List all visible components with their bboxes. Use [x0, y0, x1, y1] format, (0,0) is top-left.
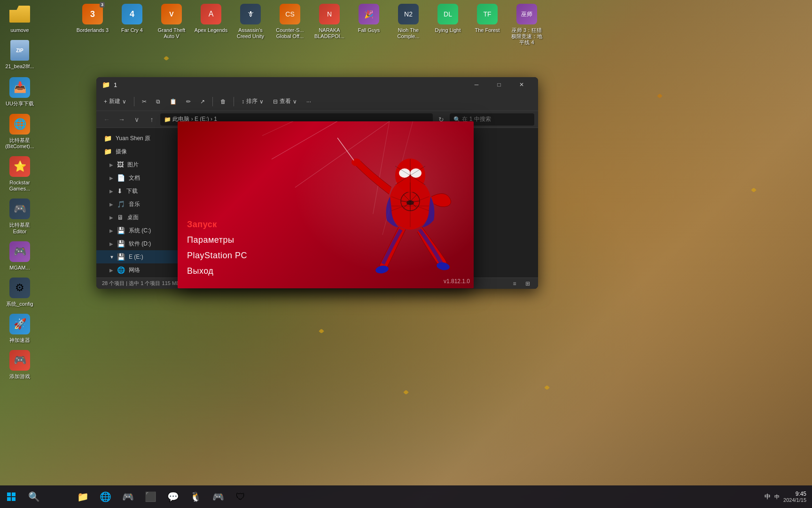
taskbar-edge-button[interactable]: 🌐 — [95, 486, 116, 507]
icon-label-mgam: MGAM... — [9, 265, 30, 271]
sidebar-label: 软件 (D:) — [129, 240, 151, 248]
desktop-icon-csgo[interactable]: CS Counter-S... Global Off... — [271, 1, 309, 48]
titlebar: 📁 1 ─ □ ✕ — [96, 77, 538, 92]
folder-icon: 📁 — [104, 148, 112, 155]
more-button[interactable]: ··· — [303, 96, 315, 107]
clock[interactable]: 9:45 2024/1/15 — [783, 491, 806, 503]
sidebar-item-camera[interactable]: 📁 摄像 — [96, 145, 190, 158]
spiderman-launcher: Запуск Параметры PlayStation PC Выход — [178, 121, 474, 288]
close-button[interactable]: ✕ — [511, 77, 532, 92]
desktop-icon-nn[interactable]: uumove — [1, 1, 39, 35]
minimize-button[interactable]: ─ — [466, 77, 487, 92]
sidebar-label: Yuan Shen 原 — [116, 135, 150, 143]
desktop-icon-zip[interactable]: ZIP 21_bea28f... — [1, 37, 39, 71]
taskbar-epic-button[interactable]: ⬛ — [140, 486, 161, 507]
desktop-icon-dyinglight[interactable]: DL Dying Light — [429, 1, 467, 48]
taskbar-qq-button[interactable]: 🐧 — [185, 486, 206, 507]
date-display: 2024/1/15 — [783, 497, 806, 503]
launch-button[interactable]: Запуск — [187, 217, 276, 232]
sidebar-label: 摄像 — [116, 148, 127, 156]
desktop-icon-bitcoin[interactable]: 🌐 比特基星 (BitComet)... — [1, 111, 39, 151]
sidebar-item-yuanshen[interactable]: 📁 Yuan Shen 原 — [96, 132, 190, 145]
share-button[interactable]: ↗ — [196, 96, 209, 107]
toolbar-separator — [134, 97, 134, 106]
view-button[interactable]: ⊟ 查看 ∨ — [269, 95, 301, 107]
sidebar-label: 系统 (C:) — [129, 227, 151, 235]
paste-button[interactable]: 📋 — [166, 96, 180, 107]
exit-button[interactable]: Выход — [187, 263, 276, 279]
new-chevron-icon: ∨ — [122, 98, 126, 105]
desktop-icon-rockstar[interactable]: ⭐ Rockstar Games... — [1, 153, 39, 194]
cut-button[interactable]: ✂ — [138, 96, 150, 107]
window-title: 1 — [114, 81, 466, 88]
network-icon: 🌐 — [117, 266, 125, 274]
desktop-icon-uumove[interactable]: 📥 UU分享下载 — [1, 74, 39, 109]
playstation-pc-button[interactable]: PlayStation PC — [187, 248, 276, 263]
icon-label-farcry4: Far Cry 4 — [121, 27, 143, 33]
expand-icon: ▶ — [109, 162, 115, 167]
drive-icon: 💾 — [117, 253, 125, 261]
list-view-button[interactable]: ≡ — [510, 279, 519, 288]
desktop-icon-forest[interactable]: TF The Forest — [468, 1, 506, 48]
delete-button[interactable]: 🗑 — [217, 96, 230, 107]
sidebar-item-pictures[interactable]: ▶ 🖼 图片 — [96, 158, 190, 171]
new-button[interactable]: + 新建 ∨ — [100, 95, 130, 107]
icon-label-gtav: Grand Theft Auto V — [155, 27, 188, 40]
settings-button[interactable]: Параметры — [187, 232, 276, 248]
top-row-icons: 33 Borderlands 3 4 Far Cry 4 V Grand The… — [73, 0, 547, 49]
sidebar-item-desktop[interactable]: ▶ 🖥 桌面 — [96, 211, 190, 224]
desktop-icon-assassins[interactable]: 🗡 Assassin's Creed Unity — [232, 1, 269, 48]
taskbar-steam-button[interactable]: 🎮 — [117, 486, 138, 507]
toolbar-separator-2 — [212, 97, 213, 106]
drive-icon: 💾 — [117, 227, 125, 234]
sidebar-item-music[interactable]: ▶ 🎵 音乐 — [96, 198, 190, 211]
taskbar-steam2-button[interactable]: 🎮 — [208, 486, 228, 507]
desktop-icon-bsgame[interactable]: 🎮 比特基星 Editor — [1, 196, 39, 236]
sidebar-label: 文档 — [129, 174, 140, 182]
grid-view-button[interactable]: ⊞ — [523, 279, 532, 288]
folder-nav-icon: 📁 — [164, 116, 171, 123]
icon-label-nioh: Nioh The Comple... — [391, 27, 425, 40]
desktop-icon-sysconfig[interactable]: ⚙ 系统_config — [1, 275, 39, 309]
window-controls: ─ □ ✕ — [466, 77, 532, 92]
taskbar-wechat-button[interactable]: 💬 — [163, 486, 183, 507]
taskview-button[interactable] — [46, 486, 67, 507]
desktop-icon-fallguys[interactable]: 🎉 Fall Guys — [350, 1, 388, 48]
docs-icon: 📄 — [117, 174, 125, 182]
search-button[interactable]: 🔍 — [23, 486, 44, 507]
sidebar-item-d[interactable]: ▶ 💾 软件 (D:) — [96, 237, 190, 250]
sidebar-item-e[interactable]: ▼ 💾 E (E:) — [96, 250, 190, 263]
sidebar-item-c[interactable]: ▶ 💾 系统 (C:) — [96, 224, 190, 237]
taskbar-explorer-button[interactable]: 📁 — [72, 486, 93, 507]
rename-button[interactable]: ✏ — [182, 96, 195, 107]
back-button[interactable]: ← — [100, 113, 113, 126]
desktop-icon-zumo3[interactable]: 巫师 巫师 3：狂猎 极限竞速：地平线 4 — [508, 1, 546, 48]
desktop-icon-mgam[interactable]: 🎮 MGAM... — [1, 238, 39, 273]
desktop-icon-vjia[interactable]: 🚀 神加速器 — [1, 311, 39, 345]
forward-button[interactable]: → — [115, 113, 128, 126]
desktop-icon-gtav[interactable]: V Grand Theft Auto V — [153, 1, 190, 48]
maximize-button[interactable]: □ — [488, 77, 510, 92]
desktop-icon-apex[interactable]: A Apex Legends — [192, 1, 230, 48]
expand-button[interactable]: ∨ — [130, 113, 143, 126]
desktop-icon-borderlands[interactable]: 33 Borderlands 3 — [74, 1, 111, 48]
icon-label-zip: 21_bea28f... — [5, 64, 34, 70]
expand-icon: ▶ — [109, 189, 115, 194]
sidebar-item-docs[interactable]: ▶ 📄 文档 — [96, 171, 190, 184]
sidebar-item-downloads[interactable]: ▶ ⬇ 下载 — [96, 184, 190, 198]
start-button[interactable] — [1, 486, 22, 507]
copy-button[interactable]: ⧉ — [152, 96, 164, 107]
folder-icon: 📁 — [104, 135, 112, 142]
taskbar-norton-button[interactable]: 🛡 — [230, 486, 251, 507]
desktop-icon-nioh[interactable]: N2 Nioh The Comple... — [390, 1, 427, 48]
desktop-icon-farcry4[interactable]: 4 Far Cry 4 — [113, 1, 151, 48]
sort-button[interactable]: ↕ 排序 ∨ — [238, 95, 267, 107]
desktop-icon-naraka[interactable]: N NARAKA BLADEPOI... — [311, 1, 348, 48]
up-button[interactable]: ↑ — [145, 113, 158, 126]
drive-icon: 💾 — [117, 240, 125, 247]
status-text: 28 个项目 | 选中 1 个项目 115 MB — [102, 280, 180, 287]
icon-label-bitcoin: 比特基星 (BitComet)... — [3, 137, 37, 150]
sidebar-item-network[interactable]: ▶ 🌐 网络 — [96, 263, 190, 277]
desktop-icon-youxi[interactable]: 🎮 添加游戏 — [1, 347, 39, 381]
icon-label-fallguys: Fall Guys — [358, 27, 380, 33]
